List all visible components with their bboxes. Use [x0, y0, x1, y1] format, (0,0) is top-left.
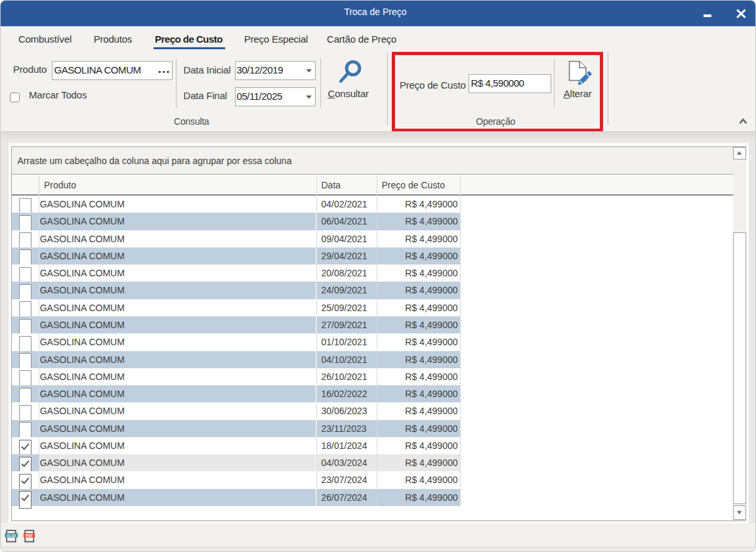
svg-text:XLSX: XLSX [7, 534, 16, 538]
svg-text:PDF: PDF [26, 534, 33, 538]
